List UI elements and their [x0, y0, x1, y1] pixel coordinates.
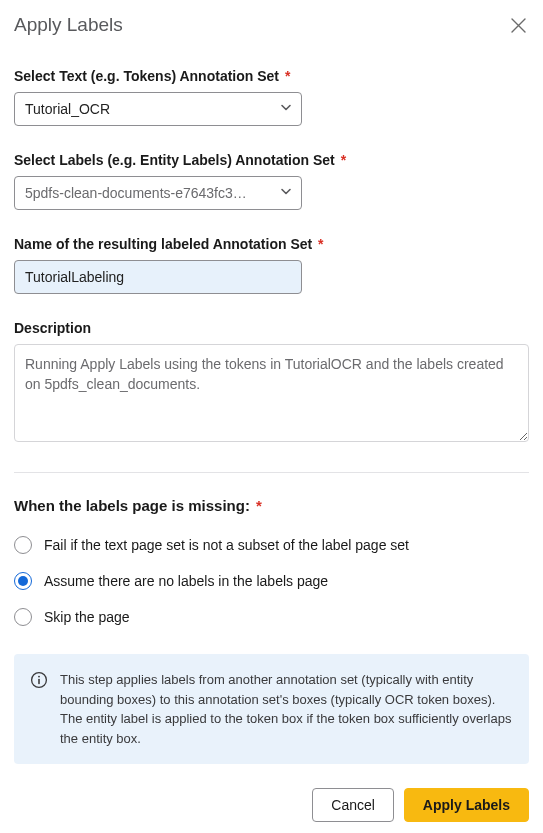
- dialog-header: Apply Labels: [14, 14, 529, 36]
- missing-page-radio-group: Fail if the text page set is not a subse…: [14, 536, 529, 626]
- apply-labels-button[interactable]: Apply Labels: [404, 788, 529, 822]
- close-button[interactable]: [507, 14, 529, 36]
- result-name-input[interactable]: [14, 260, 302, 294]
- missing-page-label: When the labels page is missing: *: [14, 497, 529, 514]
- close-icon: [511, 18, 526, 33]
- chevron-down-icon: [279, 185, 293, 202]
- field-labels-annotation-set: Select Labels (e.g. Entity Labels) Annot…: [14, 152, 529, 210]
- radio-label: Skip the page: [44, 609, 130, 625]
- labels-annotation-select[interactable]: 5pdfs-clean-documents-e7643fc3…: [14, 176, 302, 210]
- required-marker: *: [256, 497, 262, 514]
- radio-option-assume-none[interactable]: Assume there are no labels in the labels…: [14, 572, 529, 590]
- field-label: Select Text (e.g. Tokens) Annotation Set…: [14, 68, 529, 84]
- text-annotation-select[interactable]: Tutorial_OCR: [14, 92, 302, 126]
- required-marker: *: [285, 68, 290, 84]
- dialog-title: Apply Labels: [14, 14, 123, 36]
- chevron-down-icon: [279, 101, 293, 118]
- field-result-name: Name of the resulting labeled Annotation…: [14, 236, 529, 294]
- description-textarea[interactable]: Running Apply Labels using the tokens in…: [14, 344, 529, 442]
- required-marker: *: [318, 236, 323, 252]
- field-label: Description: [14, 320, 529, 336]
- cancel-button[interactable]: Cancel: [312, 788, 394, 822]
- svg-point-1: [38, 676, 40, 678]
- svg-rect-2: [38, 679, 40, 684]
- select-value: 5pdfs-clean-documents-e7643fc3…: [25, 185, 267, 201]
- field-label: Select Labels (e.g. Entity Labels) Annot…: [14, 152, 529, 168]
- select-value: Tutorial_OCR: [25, 101, 267, 117]
- radio-button: [14, 572, 32, 590]
- required-marker: *: [341, 152, 346, 168]
- radio-option-fail[interactable]: Fail if the text page set is not a subse…: [14, 536, 529, 554]
- radio-option-skip[interactable]: Skip the page: [14, 608, 529, 626]
- field-description: Description Running Apply Labels using t…: [14, 320, 529, 446]
- radio-button: [14, 536, 32, 554]
- radio-label: Fail if the text page set is not a subse…: [44, 537, 409, 553]
- radio-button: [14, 608, 32, 626]
- field-label: Name of the resulting labeled Annotation…: [14, 236, 529, 252]
- field-text-annotation-set: Select Text (e.g. Tokens) Annotation Set…: [14, 68, 529, 126]
- radio-label: Assume there are no labels in the labels…: [44, 573, 328, 589]
- info-text: This step applies labels from another an…: [60, 670, 513, 748]
- divider: [14, 472, 529, 473]
- info-icon: [30, 671, 48, 689]
- info-box: This step applies labels from another an…: [14, 654, 529, 764]
- dialog-footer: Cancel Apply Labels: [14, 788, 529, 822]
